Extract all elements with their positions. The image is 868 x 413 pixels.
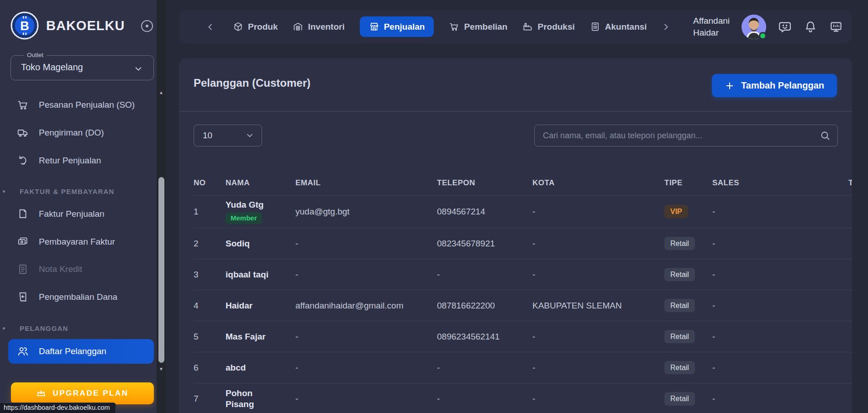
nav-item-produk[interactable]: Produk — [233, 21, 278, 32]
type-badge: Retail — [664, 361, 695, 374]
sidebar-item-faktur-penjualan[interactable]: Faktur Penjualan — [8, 202, 154, 226]
outlet-value: Toko Magelang — [21, 62, 83, 73]
nav-item-akuntansi[interactable]: Akuntansi — [590, 21, 647, 32]
scroll-up-arrow[interactable]: ▲ — [157, 88, 166, 97]
cell-kota: - — [532, 352, 664, 383]
top-navigation-bar: Produk Inventori Penjualan Pembelian Pro… — [179, 10, 852, 43]
cube-icon — [233, 21, 243, 32]
add-customer-button[interactable]: Tambah Pelanggan — [712, 74, 837, 97]
search-input[interactable] — [534, 125, 838, 146]
nav-item-pembelian[interactable]: Pembelian — [449, 21, 507, 32]
sidebar-item-retur-penjualan[interactable]: Retur Penjualan — [8, 148, 154, 173]
table-row[interactable]: 6abcd---Retail- — [194, 352, 852, 383]
sidebar-item-pengembalian-dana[interactable]: Pengembalian Dana — [8, 285, 154, 309]
cell-extra — [848, 290, 852, 321]
sidebar-item-daftar-pelanggan[interactable]: Daftar Pelanggan — [8, 339, 154, 364]
cell-email: yuda@gtg.bgt — [295, 195, 437, 228]
sidebar-item-pembayaran-faktur[interactable]: Pembayaran Faktur — [8, 230, 154, 254]
cell-nama: iqbaal taqi — [226, 259, 295, 290]
column-header-tipe: TIPE — [664, 171, 712, 195]
cell-no: 3 — [194, 259, 226, 290]
sidebar-item-label: Faktur Penjualan — [39, 209, 105, 219]
pos-display-icon[interactable] — [829, 20, 843, 34]
browser-status-url: https://dashboard-dev.bakoelku.com — [0, 403, 116, 413]
table-row[interactable]: 5Mas Fajar-0896234562141-Retail- — [194, 321, 852, 352]
sidebar-item-label: Daftar Pelanggan — [39, 346, 106, 356]
search-icon[interactable] — [820, 130, 831, 141]
nav-item-label: Penjualan — [384, 22, 425, 32]
notifications-bell-icon[interactable] — [804, 20, 817, 34]
page-size-select[interactable]: 10 — [194, 125, 262, 146]
payment-icon — [17, 236, 29, 248]
menu-section-label: PELANGGAN — [0, 321, 157, 335]
nav-scroll-left-icon[interactable] — [205, 22, 216, 32]
cell-nama: Sodiq — [226, 228, 295, 259]
online-status-dot — [759, 32, 767, 40]
sidebar-item-label: Nota Kredit — [39, 264, 82, 274]
sidebar-item-pesanan-penjualan-so-[interactable]: Pesanan Penjualan (SO) — [8, 93, 154, 117]
scrollbar-thumb[interactable] — [158, 177, 164, 363]
cell-extra — [848, 352, 852, 383]
outlet-select[interactable]: Outlet Toko Magelang — [11, 55, 154, 80]
column-header-kota: KOTA — [532, 171, 664, 195]
column-header-telepon: TELEPON — [437, 171, 532, 195]
cell-sales: - — [712, 228, 848, 259]
customer-name: Sodiq — [226, 238, 250, 249]
cell-telepon: - — [437, 383, 532, 413]
cell-telepon: - — [437, 352, 532, 383]
cell-telepon: - — [437, 259, 532, 290]
menu-section-label: FAKTUR & PEMBAYARAN — [0, 184, 157, 198]
nav-item-penjualan[interactable]: Penjualan — [360, 16, 434, 37]
cell-email: - — [295, 228, 437, 259]
cell-tipe: Retail — [664, 352, 712, 383]
page-title: Pelanggan (Customer) — [194, 77, 310, 89]
nav-item-inventori[interactable]: Inventori — [293, 21, 344, 32]
feedback-chat-icon[interactable] — [778, 20, 792, 34]
cell-email: - — [295, 321, 437, 352]
table-row[interactable]: 7Pohon Pisang---Retail- — [194, 383, 852, 413]
table-row[interactable]: 1Yuda Gtg Memberyuda@gtg.bgt0894567214-V… — [194, 195, 852, 228]
brand-title: BAKOELKU — [46, 18, 125, 33]
column-header-to: TO — [848, 171, 852, 195]
nav-scroll-right-icon[interactable] — [661, 22, 671, 32]
cell-email: - — [295, 383, 437, 413]
nav-item-label: Inventori — [308, 22, 344, 32]
sidebar-collapse-icon[interactable] — [141, 20, 153, 32]
table-row[interactable]: 2Sodiq-082345678921-Retail- — [194, 228, 852, 259]
cell-nama: Yuda Gtg Member — [226, 195, 295, 228]
calculator-icon — [590, 21, 600, 32]
type-badge: Retail — [664, 392, 695, 405]
outlet-label: Outlet — [24, 52, 47, 58]
scroll-down-arrow[interactable]: ▼ — [157, 364, 166, 373]
table-row[interactable]: 4Haidaraffandanihaidar@gmail.com08781662… — [194, 290, 852, 321]
column-header-sales: SALES — [712, 171, 848, 195]
cell-kota: - — [532, 228, 664, 259]
upgrade-plan-button[interactable]: UPGRADE PLAN — [11, 382, 154, 404]
nav-item-label: Akuntansi — [605, 22, 647, 32]
sidebar: B BAKOELKU Outlet Toko Magelang Pesanan … — [0, 0, 157, 413]
sidebar-item-label: Pengembalian Dana — [39, 292, 117, 302]
type-badge: Retail — [664, 237, 695, 250]
cell-no: 4 — [194, 290, 226, 321]
chevron-down-icon — [133, 64, 143, 74]
warehouse-icon — [293, 21, 303, 32]
type-badge: Retail — [664, 299, 695, 312]
svg-text:B: B — [20, 19, 29, 33]
cell-kota: KABUPATEN SLEMAN — [532, 290, 664, 321]
cart-icon — [17, 99, 29, 111]
sidebar-item-pengiriman-do-[interactable]: Pengiriman (DO) — [8, 120, 154, 145]
table-controls: 10 — [179, 112, 852, 171]
nav-item-label: Produk — [248, 22, 278, 32]
customer-card: Pelanggan (Customer) Tambah Pelanggan 10 — [179, 58, 852, 413]
nav-item-produksi[interactable]: Produksi — [522, 21, 574, 32]
cell-tipe: Retail — [664, 290, 712, 321]
sidebar-item-nota-kredit[interactable]: Nota Kredit — [8, 257, 154, 282]
avatar[interactable] — [742, 15, 766, 39]
table-row[interactable]: 3iqbaal taqi---Retail- — [194, 259, 852, 290]
nav-item-label: Pembelian — [464, 22, 507, 32]
cell-nama: Pohon Pisang — [226, 383, 295, 413]
cell-telepon: 0896234562141 — [437, 321, 532, 352]
member-badge: Member — [226, 212, 262, 224]
column-header-nama: NAMA — [226, 171, 295, 195]
cell-kota: - — [532, 321, 664, 352]
